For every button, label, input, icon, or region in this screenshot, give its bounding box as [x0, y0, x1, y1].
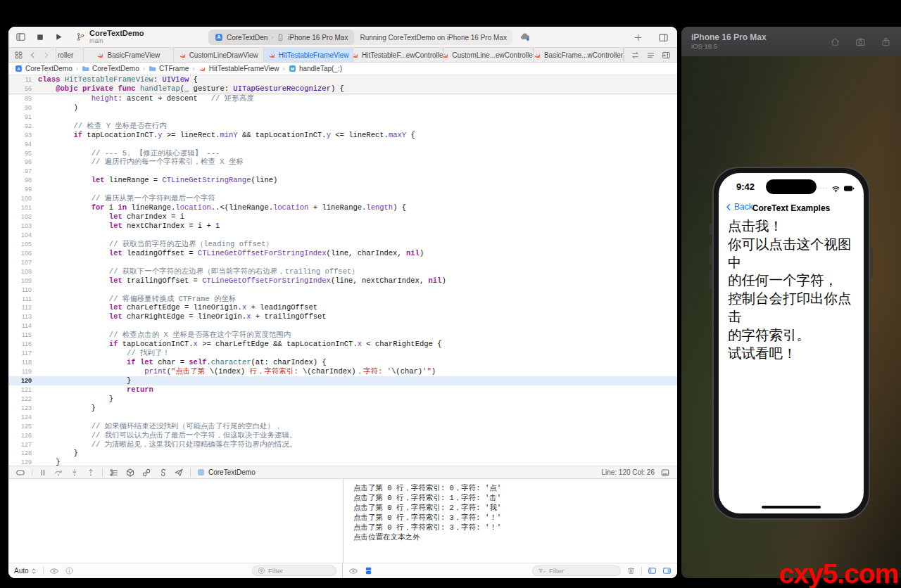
- editor-layout-icon[interactable]: [658, 32, 669, 43]
- code-line-93[interactable]: 93 if tapLocationInCT.y >= lineRect.minY…: [8, 131, 677, 140]
- line-number[interactable]: 90: [8, 103, 38, 113]
- line-number[interactable]: 105: [8, 240, 38, 249]
- line-number[interactable]: 92: [8, 122, 38, 131]
- code-line-118[interactable]: 118 if let char = self.character(at: cha…: [8, 358, 677, 367]
- code-line-95[interactable]: 95 // --- 5. 【修正的核心逻辑】 ---: [8, 149, 677, 158]
- line-number[interactable]: 101: [8, 203, 38, 212]
- coretext-view[interactable]: 点击我！你可以点击这个视图中的任何一个字符，控制台会打印出你点击的字符索引。试试…: [728, 217, 859, 362]
- breadcrumb-item[interactable]: MhandleTap(_:): [289, 65, 342, 72]
- line-number[interactable]: 129: [8, 458, 38, 466]
- view-hierarchy-icon[interactable]: [109, 468, 119, 478]
- line-number[interactable]: 125: [8, 422, 38, 431]
- memory-graph-icon[interactable]: [125, 468, 135, 478]
- variables-filter-field[interactable]: Filter: [252, 565, 336, 576]
- clear-console-icon[interactable]: [626, 566, 636, 575]
- code-line-110[interactable]: 110: [8, 286, 677, 295]
- code-line-120[interactable]: 120 }: [8, 376, 677, 385]
- tab-customlinedrawview[interactable]: CustomLineDrawView: [174, 48, 264, 62]
- step-over-icon[interactable]: [53, 468, 63, 478]
- tab-hittestableframeview[interactable]: HitTestableFrameView: [264, 48, 354, 62]
- code-line-108[interactable]: 108 // 获取下一个字符的左边界（即当前字符的右边界，trailing of…: [8, 267, 677, 276]
- code-line-90[interactable]: 90 ): [8, 103, 677, 113]
- quicklook-icon[interactable]: [49, 566, 59, 576]
- line-number[interactable]: 127: [8, 440, 38, 449]
- code-line-102[interactable]: 102 let charIndex = i: [8, 212, 677, 222]
- line-number[interactable]: 100: [8, 194, 38, 203]
- scheme-name[interactable]: CoreTextDen: [227, 34, 267, 41]
- line-number[interactable]: 106: [8, 249, 38, 258]
- line-number[interactable]: 96: [8, 158, 38, 167]
- editor-options-icon[interactable]: [660, 468, 670, 478]
- pause-icon[interactable]: [39, 468, 47, 477]
- scheme-selector[interactable]: A CoreTextDen › iPhone 16 Pro Max Runnin…: [208, 30, 512, 45]
- variables-scope-select[interactable]: Auto: [14, 567, 37, 575]
- breadcrumb-item[interactable]: ACoreTextDemo: [15, 65, 73, 72]
- tab-basicframeview[interactable]: BasicFrameView: [84, 48, 174, 62]
- sidebar-toggle-icon[interactable]: [15, 32, 26, 42]
- minimap-menu-icon[interactable]: [646, 51, 655, 60]
- line-number[interactable]: 11: [8, 75, 38, 84]
- tab-overview-icon[interactable]: [14, 51, 23, 60]
- line-number[interactable]: 116: [8, 340, 38, 349]
- line-number[interactable]: 111: [8, 295, 38, 304]
- line-number[interactable]: 110: [8, 286, 38, 295]
- code-review-icon[interactable]: [631, 51, 640, 60]
- line-number[interactable]: 122: [8, 395, 38, 404]
- line-number[interactable]: 99: [8, 185, 38, 194]
- line-number[interactable]: 102: [8, 212, 38, 222]
- line-number[interactable]: 103: [8, 222, 38, 231]
- line-number[interactable]: 115: [8, 331, 38, 340]
- code-line-101[interactable]: 101 for i in lineRange.location..<(lineR…: [8, 203, 677, 212]
- code-line-111[interactable]: 111 // 将偏移量转换成 CTFrame 的坐标: [8, 295, 677, 304]
- code-line-128[interactable]: 128 }: [8, 449, 677, 458]
- line-number[interactable]: 119: [8, 367, 38, 376]
- line-number[interactable]: 104: [8, 231, 38, 240]
- tab-basicframe-wcontroller[interactable]: BasicFrame...wController: [534, 48, 624, 62]
- console-quicklook-icon[interactable]: [348, 566, 358, 576]
- line-number[interactable]: 56: [8, 84, 38, 94]
- code-line-99[interactable]: 99: [8, 185, 677, 194]
- code-line-117[interactable]: 117 // 找到了！: [8, 349, 677, 358]
- code-line-112[interactable]: 112 let charLeftEdge = lineOrigin.x + le…: [8, 303, 677, 312]
- line-number[interactable]: 108: [8, 267, 38, 276]
- variables-view[interactable]: [8, 479, 343, 563]
- code-line-96[interactable]: 96 // 遍历行内的每一个字符索引，检查 X 坐标: [8, 158, 677, 167]
- breadcrumb-item[interactable]: CTFrame: [149, 65, 189, 72]
- runtime-issues-icon[interactable]: [158, 468, 168, 478]
- line-number[interactable]: 120: [8, 376, 38, 385]
- line-number[interactable]: 112: [8, 303, 38, 312]
- code-line-119[interactable]: 119 print("点击了第 \(index) 行，字符索引: \(charI…: [8, 367, 677, 376]
- code-line-122[interactable]: 122 }: [8, 395, 677, 404]
- process-name[interactable]: CoreTextDemo: [208, 468, 256, 476]
- code-line-121[interactable]: 121 return: [8, 385, 677, 395]
- step-out-icon[interactable]: [86, 468, 96, 478]
- code-line-126[interactable]: 126 // 我们可以认为点击了最后一个字符，但这取决于业务逻辑。: [8, 431, 677, 440]
- tab-hittestablef-ewcontroller[interactable]: HitTestableF...ewController: [353, 48, 443, 62]
- line-number[interactable]: 128: [8, 449, 38, 458]
- code-line-116[interactable]: 116 if tapLocationInCT.x >= charLeftEdge…: [8, 340, 677, 349]
- line-number[interactable]: 93: [8, 131, 38, 140]
- line-number[interactable]: 89: [8, 94, 38, 103]
- add-editor-icon[interactable]: [662, 51, 671, 60]
- line-number[interactable]: 94: [8, 140, 38, 149]
- code-line-98[interactable]: 98 let lineRange = CTLineGetStringRange(…: [8, 176, 677, 185]
- step-into-icon[interactable]: [70, 468, 80, 478]
- code-line-125[interactable]: 125 // 如果循环结束还没找到（可能点击了行尾的空白处），: [8, 422, 677, 431]
- add-tab-button[interactable]: [634, 33, 643, 42]
- code-line-129[interactable]: 129 }: [8, 458, 677, 466]
- console-scope-icon[interactable]: [364, 566, 373, 575]
- coretext-line[interactable]: 你可以点击这个视图中: [728, 236, 859, 272]
- run-button[interactable]: [54, 32, 63, 41]
- line-number[interactable]: 97: [8, 167, 38, 176]
- show-variables-pane-icon[interactable]: [648, 566, 657, 575]
- code-line-89[interactable]: 89 height: ascent + descent // 矩形高度: [8, 94, 677, 103]
- code-line-104[interactable]: 104: [8, 231, 677, 240]
- line-number[interactable]: 98: [8, 176, 38, 185]
- line-number[interactable]: 126: [8, 431, 38, 440]
- breakpoints-toggle-icon[interactable]: [15, 468, 25, 478]
- forward-nav-icon[interactable]: [42, 51, 50, 59]
- line-number[interactable]: 117: [8, 349, 38, 358]
- info-icon[interactable]: [65, 566, 74, 575]
- line-number[interactable]: 123: [8, 404, 38, 413]
- coretext-line[interactable]: 的字符索引。: [728, 326, 859, 345]
